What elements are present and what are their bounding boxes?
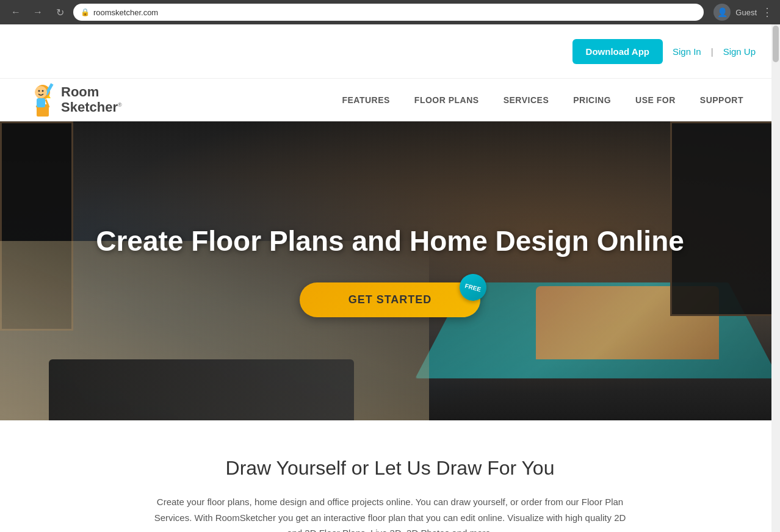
svg-point-7 bbox=[38, 90, 40, 92]
get-started-button[interactable]: GET STARTED bbox=[300, 282, 481, 317]
nav-link-use-for[interactable]: USE FOR bbox=[623, 79, 688, 121]
separator: | bbox=[711, 46, 713, 57]
svg-rect-9 bbox=[37, 98, 45, 107]
nav-link-services[interactable]: SERVICES bbox=[491, 79, 562, 121]
browser-chrome: ← → ↻ 🔒 roomsketcher.com 👤 Guest ⋮ bbox=[0, 0, 780, 24]
top-bar-actions: Download App Sign In | Sign Up bbox=[572, 39, 756, 64]
hero-content: Create Floor Plans and Home Design Onlin… bbox=[96, 225, 684, 317]
window-right bbox=[670, 121, 780, 316]
nav-link-floor-plans[interactable]: FLOOR PLANS bbox=[402, 79, 491, 121]
content-description: Create your floor plans, home design and… bbox=[152, 494, 628, 532]
svg-point-8 bbox=[42, 90, 44, 92]
address-bar[interactable]: 🔒 roomsketcher.com bbox=[73, 4, 704, 21]
logo-text: Room Sketcher® bbox=[61, 85, 122, 114]
account-icon[interactable]: 👤 bbox=[713, 4, 731, 21]
url-text: roomsketcher.com bbox=[93, 8, 696, 17]
keyboard-hint bbox=[49, 359, 354, 420]
reload-button[interactable]: ↻ bbox=[51, 4, 68, 21]
logo-icon bbox=[24, 80, 61, 120]
hero-title: Create Floor Plans and Home Design Onlin… bbox=[96, 225, 684, 258]
scrollbar[interactable] bbox=[771, 24, 780, 532]
scrollbar-thumb[interactable] bbox=[773, 26, 779, 62]
nav-link-pricing[interactable]: PRICING bbox=[561, 79, 623, 121]
download-app-button[interactable]: Download App bbox=[572, 39, 663, 64]
signin-link[interactable]: Sign In bbox=[673, 46, 701, 57]
top-bar: Download App Sign In | Sign Up bbox=[0, 24, 780, 79]
cta-wrapper: GET STARTED FREE bbox=[300, 282, 481, 317]
nav-bar: Room Sketcher® FEATURESFLOOR PLANSSERVIC… bbox=[0, 79, 780, 121]
logo-sketcher: Sketcher® bbox=[61, 100, 122, 115]
svg-point-6 bbox=[35, 86, 47, 98]
nav-link-support[interactable]: SUPPORT bbox=[688, 79, 756, 121]
logo-room: Room bbox=[61, 85, 122, 99]
logo[interactable]: Room Sketcher® bbox=[24, 80, 122, 120]
nav-link-features[interactable]: FEATURES bbox=[330, 79, 402, 121]
content-section: Draw Yourself or Let Us Draw For You Cre… bbox=[0, 420, 780, 532]
hero-section: Create Floor Plans and Home Design Onlin… bbox=[0, 121, 780, 420]
guest-label: Guest bbox=[735, 8, 757, 17]
back-button[interactable]: ← bbox=[7, 4, 24, 21]
nav-links: FEATURESFLOOR PLANSSERVICESPRICINGUSE FO… bbox=[330, 79, 756, 121]
content-title: Draw Yourself or Let Us Draw For You bbox=[24, 457, 756, 480]
signup-link[interactable]: Sign Up bbox=[723, 46, 756, 57]
browser-menu-button[interactable]: ⋮ bbox=[762, 5, 773, 19]
lock-icon: 🔒 bbox=[81, 8, 90, 16]
forward-button[interactable]: → bbox=[29, 4, 46, 21]
browser-right-controls: 👤 Guest ⋮ bbox=[713, 4, 773, 21]
